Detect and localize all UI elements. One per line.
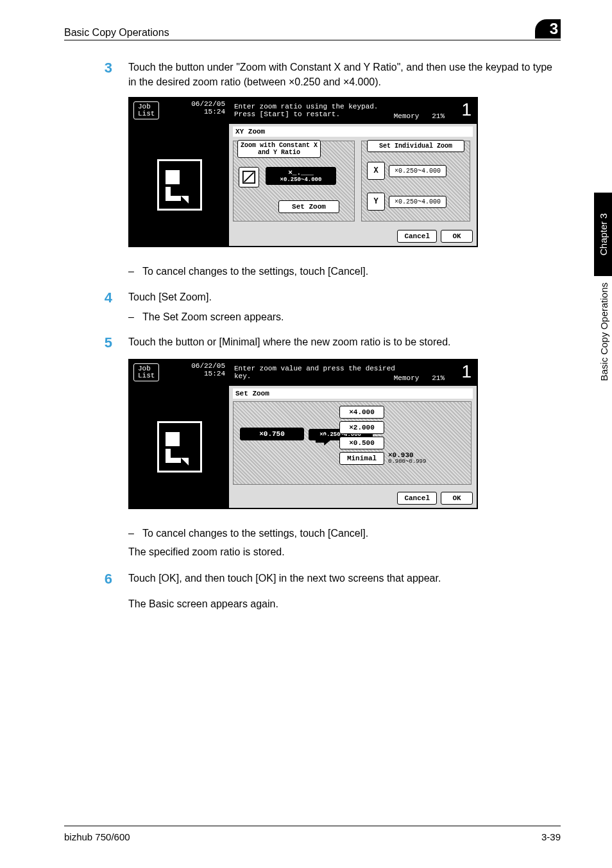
y-axis-button[interactable]: Y [367,193,385,211]
job-list-button[interactable]: Job List [133,101,159,119]
header-rule [64,40,561,40]
step-number: 4 [64,290,128,306]
time-label: 15:24 [191,370,225,378]
step-plain-text: The Basic screen appears again. [128,596,561,611]
orientation-icon [157,421,202,473]
device-screenshot-xyzoom: Job List 06/22/05 15:24 Enter zoom ratio… [128,97,478,247]
cancel-button[interactable]: Cancel [397,492,437,505]
orientation-icon [157,159,202,211]
copy-count: 1 [461,361,472,382]
step-plain-text: The specified zoom ratio is stored. [128,544,561,559]
step-number: 6 [64,571,128,587]
current-ratio: ×0.750 [240,428,304,440]
step-sub-text: To cancel changes to the settings, touch… [142,526,368,541]
copy-count: 1 [461,100,472,120]
step-text: Touch [OK], and then touch [OK] in the n… [128,571,561,586]
side-section-label: Basic Copy Operations [599,282,609,381]
zoom-input-range: ×0.250~4.000 [269,177,333,183]
preset-2-button[interactable]: ×2.000 [339,421,384,434]
x-range: ×0.250~4.000 [389,165,446,177]
dash: – [128,309,142,324]
set-zoom-button[interactable]: Set Zoom [278,200,339,213]
panel-title: XY Zoom [233,126,473,137]
dash: – [128,264,142,279]
minimal-button[interactable]: Minimal [339,452,384,465]
job-list-button[interactable]: Job List [133,363,159,381]
arrow-right-icon [316,434,331,446]
chapter-badge: 3 [535,19,561,39]
side-chapter-tab: Chapter 3 [594,193,612,276]
preset-3-button[interactable]: ×0.500 [339,437,384,449]
y-range: ×0.250~4.000 [389,196,446,208]
footer-left: bizhub 750/600 [64,831,130,842]
step-text: Touch [Set Zoom]. [128,290,561,304]
footer-right: 3-39 [541,831,561,842]
ratio-icon [239,167,259,187]
tab-constant-xy[interactable]: Zoom with Constant X and Y Ratio [237,140,321,158]
memory-label: Memory [394,112,420,120]
ok-button[interactable]: OK [441,492,473,505]
date-label: 06/22/05 [191,100,225,108]
status-message: Enter zoom ratio using the keypad. Press… [234,103,378,118]
date-label: 06/22/05 [191,362,225,370]
status-message: Enter zoom value and press the desired k… [234,365,395,380]
memory-percent: 21% [432,112,445,120]
step-sub-text: To cancel changes to the settings, touch… [142,264,368,279]
step-number: 3 [64,60,128,76]
zoom-input-value: ×_.___ [269,169,333,177]
dash: – [128,526,142,541]
step-sub-text: The Set Zoom screen appears. [142,309,284,324]
preset-1-button[interactable]: ×4.000 [339,406,384,419]
step-number: 5 [64,334,128,351]
device-screenshot-setzoom: Job List 06/22/05 15:24 Enter zoom value… [128,359,478,509]
step-text: Touch the button under "Zoom with Consta… [128,60,561,89]
x-axis-button[interactable]: X [367,162,385,180]
memory-label: Memory [394,374,420,382]
time-label: 15:24 [191,108,225,116]
tab-individual-zoom[interactable]: Set Individual Zoom [367,140,464,152]
cancel-button[interactable]: Cancel [397,230,437,243]
minimal-range: 0.900~0.999 [388,459,426,465]
page-header-title: Basic Copy Operations [64,27,169,39]
memory-percent: 21% [432,374,445,382]
zoom-input[interactable]: ×_.___ ×0.250~4.000 [266,167,336,185]
panel-title: Set Zoom [233,388,473,399]
ok-button[interactable]: OK [441,230,473,243]
step-text: Touch the button or [Minimal] where the … [128,334,561,349]
